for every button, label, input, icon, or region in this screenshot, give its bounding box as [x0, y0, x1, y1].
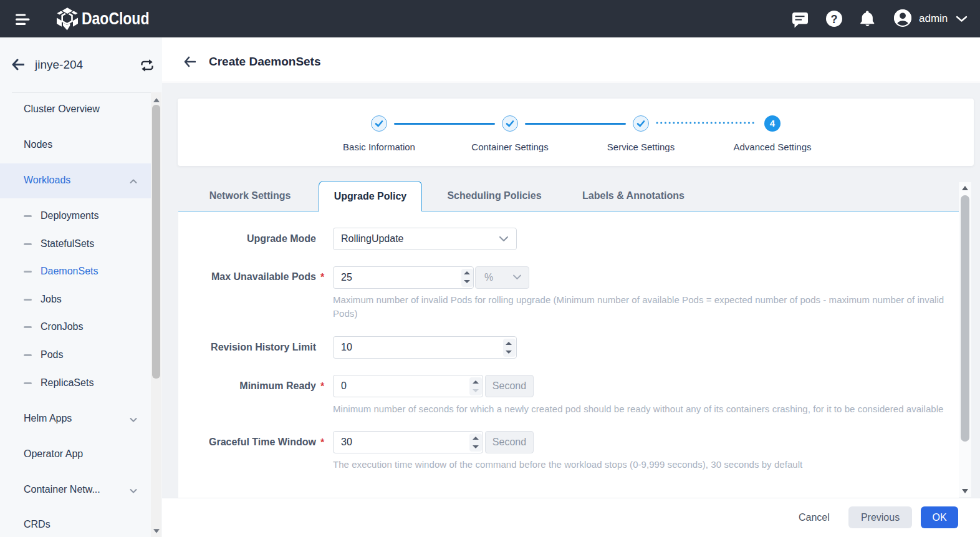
svg-text:?: ?	[831, 13, 838, 26]
